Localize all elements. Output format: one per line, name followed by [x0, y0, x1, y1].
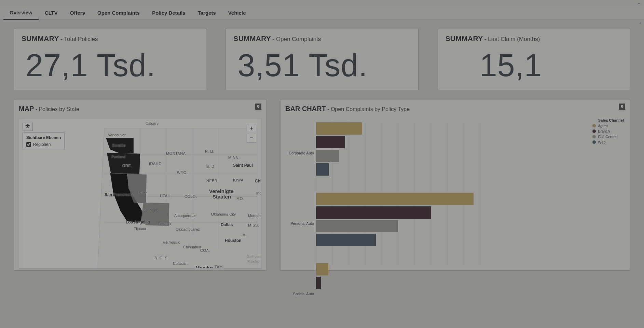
summary-subtitle: - Open Complaints	[273, 36, 321, 42]
map-panel: MAP - Policies by State	[14, 100, 266, 271]
bar-special-auto-agent[interactable]	[316, 263, 328, 275]
map-label: MINN.	[228, 155, 240, 160]
legend-swatch	[592, 124, 596, 127]
category-label: Special Auto	[285, 292, 314, 296]
map-label: Houston	[225, 238, 242, 243]
map-label: IOWA	[233, 178, 244, 182]
layers-title: Sichtbare Ebenen	[26, 135, 61, 140]
map-label: MONTANA	[166, 151, 186, 155]
summary-label: SUMMARY	[22, 35, 59, 42]
map-label: Dallas	[221, 222, 233, 227]
zoom-control: + −	[247, 124, 256, 142]
gridline	[480, 122, 480, 265]
bar-corporate-auto-call-center[interactable]	[316, 150, 339, 162]
tab-cltv[interactable]: CLTV	[39, 6, 64, 19]
legend-item[interactable]: Web	[592, 140, 624, 144]
summary-value: 3,51 Tsd.	[233, 43, 410, 81]
summary-card-open-complaints: SUMMARY - Open Complaints 3,51 Tsd.	[225, 29, 418, 90]
tab-open-complaints[interactable]: Open Complaints	[91, 6, 146, 19]
map-label: S. D.	[206, 164, 216, 168]
map-label: NEV.	[139, 191, 148, 195]
tab-policy-details[interactable]: Policy Details	[146, 6, 192, 19]
map-label: Seattle	[112, 143, 125, 148]
map-label: MO.	[236, 196, 244, 201]
map-label: IDAHO	[149, 162, 162, 166]
map-label: Mexiko	[195, 265, 213, 269]
summary-subtitle: - Total Policies	[60, 36, 98, 42]
legend-label: Agent	[598, 124, 608, 128]
map-label: Calgary	[146, 121, 159, 125]
bar-personal-auto-agent[interactable]	[316, 193, 474, 205]
top-strip: ⌄	[0, 0, 644, 6]
map-label: TAM.	[215, 265, 224, 269]
summary-card-last-claim: SUMMARY - Last Claim (Months) 15,1	[438, 29, 630, 90]
map-label: Oklahoma City	[211, 212, 236, 216]
tab-offers[interactable]: Offers	[64, 6, 91, 19]
summary-label: SUMMARY	[446, 35, 483, 42]
zoom-out-button[interactable]: −	[247, 133, 256, 142]
tab-bar: OverviewCLTVOffersOpen ComplaintsPolicy …	[0, 6, 644, 20]
tab-vehicle[interactable]: Vehicle	[222, 6, 252, 19]
bar-special-auto-branch[interactable]	[316, 277, 321, 289]
summary-cards-row: SUMMARY - Total Policies 27,1 Tsd. SUMMA…	[14, 29, 630, 90]
map-label: Ciudad Juárez	[176, 227, 200, 231]
panel-title: MAP	[19, 105, 34, 112]
summary-subtitle: - Last Claim (Months)	[484, 36, 540, 42]
map-label: LA.	[241, 233, 247, 237]
legend-swatch	[592, 129, 596, 133]
map-label: Indian	[256, 191, 261, 195]
map-label: Albuquerque	[174, 214, 195, 218]
map-label: Portland	[111, 155, 125, 159]
map-label: Vereinigte	[209, 188, 234, 194]
map-label: Saint Paul	[233, 163, 253, 168]
map-canvas[interactable]: Sichtbare Ebenen Regionen + − CalgaryVan…	[19, 118, 261, 269]
bar-corporate-auto-branch[interactable]	[316, 136, 345, 148]
map-label: UTAH	[160, 194, 170, 198]
layers-panel: Sichtbare Ebenen Regionen	[23, 132, 65, 150]
map-label: COLO.	[184, 194, 197, 199]
zoom-in-button[interactable]: +	[247, 124, 256, 133]
map-label: Culiacán	[173, 261, 188, 265]
map-label: Chicago	[255, 179, 261, 183]
tab-targets[interactable]: Targets	[192, 6, 222, 19]
bars-plot	[316, 122, 588, 265]
bar-chart-area: Sales Channel AgentBranchCall CenterWeb …	[285, 118, 625, 269]
legend-item[interactable]: Call Center	[592, 135, 624, 139]
legend-item[interactable]: Agent	[592, 124, 624, 128]
bar-personal-auto-web[interactable]	[316, 234, 376, 246]
bar-personal-auto-branch[interactable]	[316, 206, 431, 219]
pin-icon[interactable]	[255, 104, 261, 110]
map-label: Memphis	[248, 214, 261, 218]
legend-title: Sales Channel	[592, 118, 624, 122]
tab-overview[interactable]: Overview	[3, 6, 39, 20]
category-label: Personal Auto	[285, 221, 314, 226]
pin-icon[interactable]	[619, 104, 625, 110]
map-label: COA.	[200, 248, 210, 252]
map-label: ORE.	[122, 164, 132, 168]
bar-personal-auto-call-center[interactable]	[316, 220, 398, 232]
bar-chart-panel: BAR CHART - Open Complaints by Policy Ty…	[280, 100, 630, 271]
legend-label: Call Center	[598, 135, 617, 139]
map-label: San Francisco	[105, 192, 133, 197]
map-label: N. D.	[205, 149, 215, 153]
legend-item[interactable]: Branch	[592, 129, 624, 133]
map-label: Hermosillo	[163, 240, 180, 244]
layer-toggle-regions[interactable]: Regionen	[26, 142, 61, 147]
summary-value: 27,1 Tsd.	[22, 43, 198, 81]
panel-title: BAR CHART	[285, 105, 326, 112]
map-label: Golf von	[247, 255, 261, 259]
summary-value: 15,1	[446, 43, 622, 81]
bar-corporate-auto-agent[interactable]	[316, 122, 362, 135]
chevron-down-icon[interactable]: ⌄	[637, 0, 641, 5]
map-label: B. C. S.	[154, 256, 169, 260]
layers-button[interactable]	[23, 122, 33, 131]
map-label: MISS.	[248, 223, 259, 227]
map-label: Staaten	[213, 194, 231, 200]
panels-row: MAP - Policies by State	[14, 100, 630, 271]
map-label: Vancouver	[108, 133, 126, 137]
summary-card-total-policies: SUMMARY - Total Policies 27,1 Tsd.	[14, 29, 206, 90]
legend-label: Branch	[598, 129, 610, 133]
map-label: Phoenix	[158, 222, 172, 226]
layer-checkbox-regions[interactable]	[26, 142, 31, 147]
bar-corporate-auto-web[interactable]	[316, 163, 329, 176]
